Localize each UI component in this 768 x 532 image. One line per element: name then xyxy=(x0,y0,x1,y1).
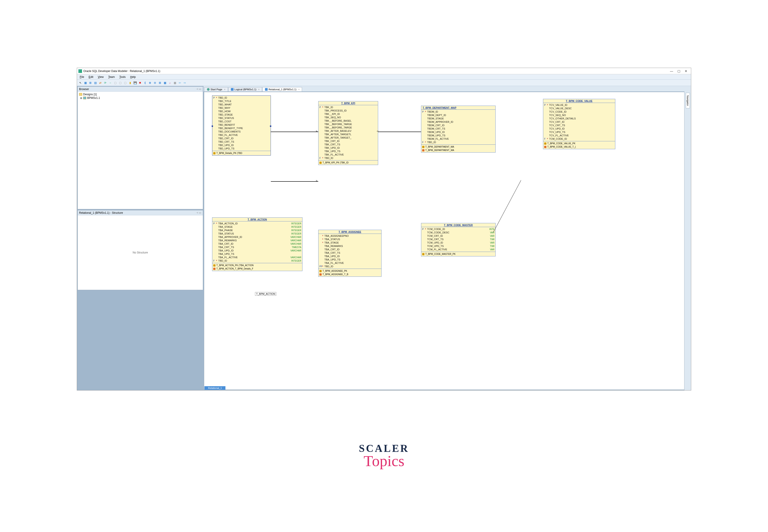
menu-tools[interactable]: Tools xyxy=(117,75,127,79)
column-row[interactable]: TBK_UPD_TS xyxy=(319,150,377,153)
menu-view[interactable]: View xyxy=(96,75,105,79)
close-icon[interactable]: × xyxy=(224,88,226,91)
column-row[interactable]: TCV_UPD_TS xyxy=(544,130,614,134)
column-row[interactable]: TBDM_FL_ACTIVE xyxy=(422,137,494,141)
column-row[interactable]: TBK_CRT_ID xyxy=(319,139,377,143)
layout-icon[interactable]: ▦ xyxy=(163,81,167,85)
column-row[interactable]: TBA_CRT_ID xyxy=(319,248,380,251)
column-row[interactable]: TBD_STATUS xyxy=(213,116,270,120)
column-row[interactable]: TBDM_CRT_TS xyxy=(422,127,494,130)
column-row[interactable]: TBD_HOW xyxy=(213,110,270,113)
bottom-tab[interactable]: Relational_1 xyxy=(205,386,226,390)
column-row[interactable]: TBA_REMARKSVARCHAR xyxy=(213,239,301,242)
folder-icon[interactable]: ▮ xyxy=(128,81,132,85)
column-row[interactable]: TBD_DOCUMENTS xyxy=(213,130,270,133)
column-row[interactable]: TBK__BEFORE_BASEL xyxy=(319,119,377,123)
column-row[interactable]: TCV_CODE_ID xyxy=(544,110,614,114)
column-row[interactable]: P*TBD_ID xyxy=(213,96,270,100)
entity-tbpm-code-master[interactable]: T_BPM_CODE_MASTER P*TCM_CODE_IDINTETCM_C… xyxy=(421,223,495,256)
menu-edit[interactable]: Edit xyxy=(87,75,95,79)
column-row[interactable]: TBD_TITLE xyxy=(213,100,270,103)
fit-icon[interactable]: ⊞ xyxy=(158,81,162,85)
column-row[interactable]: TBDM_STAGE xyxy=(422,117,494,120)
column-row[interactable]: TCM_UPD_IDVAR xyxy=(422,241,494,244)
column-row[interactable]: TBD_UPD_ID xyxy=(213,144,270,147)
column-row[interactable]: PF*TBD_ID xyxy=(319,265,380,268)
column-row[interactable]: TBD_FL_ACTIVE xyxy=(213,133,270,137)
menu-team[interactable]: Team xyxy=(106,75,116,79)
column-row[interactable]: TBA_CRT_TS xyxy=(319,251,380,255)
column-row[interactable]: TBK_PROCESS_ID xyxy=(319,109,377,112)
save-icon[interactable]: 💾 xyxy=(133,81,137,85)
view-icon[interactable]: ▤ xyxy=(93,81,97,85)
sync-icon[interactable]: ⟳ xyxy=(103,81,107,85)
pin-icon[interactable]: ⊣ xyxy=(196,88,198,90)
tree-model[interactable]: BPMSv1.1 xyxy=(87,96,100,100)
pointer-icon[interactable]: ↖ xyxy=(78,81,82,85)
column-row[interactable]: TBK__BEFORE_TARGE xyxy=(319,126,377,129)
column-row[interactable]: TBK_UPD_ID xyxy=(319,146,377,150)
diagram-canvas[interactable]: ⊢ ⊢ ⊣ P*TBD_IDTBD_TITLETBD_WHATTBD_WHYTB… xyxy=(204,92,690,390)
column-row[interactable]: TBDM_DEPT_ID xyxy=(422,114,494,117)
column-row[interactable]: TCV_UPD_ID xyxy=(544,127,614,130)
column-row[interactable]: TCM_UPD_TSTIMI xyxy=(422,244,494,248)
new-icon[interactable]: ▦ xyxy=(83,81,87,85)
column-row[interactable]: TBA_CRT_IDVARCHAR xyxy=(213,242,301,246)
column-row[interactable]: F*TBD_ID xyxy=(422,141,494,144)
note-icon[interactable]: ▢ xyxy=(113,81,117,85)
column-row[interactable]: TCV_OTHER_DETAILS xyxy=(544,117,614,120)
column-row[interactable]: TBD_CRT_ID xyxy=(213,137,270,140)
minimize-panel-icon[interactable]: ▭ xyxy=(199,211,201,214)
column-row[interactable]: *TBA_STAGE xyxy=(319,241,380,244)
entity-tbpm-assignee[interactable]: T_BPM_ASSIGNEE *TBA_ASSIGNEEPNO*TBA_STAT… xyxy=(318,230,382,277)
column-row[interactable]: TBD_WHAT xyxy=(213,103,270,106)
column-row[interactable]: TCV_CRT_ID xyxy=(544,120,614,124)
column-row[interactable]: TBK__KPI_ID xyxy=(319,112,377,116)
forward-icon[interactable]: ⇨ xyxy=(183,81,187,85)
relation-icon[interactable]: ⇄ xyxy=(98,81,102,85)
close-button[interactable]: ✕ xyxy=(682,69,690,73)
column-row[interactable]: TBK_AFTER_TARGET_ xyxy=(319,136,377,139)
note2-icon[interactable]: ▢ xyxy=(118,81,122,85)
column-row[interactable]: TBA_FL_ACTIVEVARCHAR xyxy=(213,256,301,259)
note3-icon[interactable]: ▢ xyxy=(123,81,127,85)
tree-designs[interactable]: Designs [1] xyxy=(83,93,97,96)
column-row[interactable]: TBDM_UPD_ID xyxy=(422,130,494,134)
column-row[interactable]: TBK_AFTER_BASELEV xyxy=(319,129,377,133)
column-row[interactable]: TCV_CRT_TS xyxy=(544,124,614,127)
entity-icon[interactable]: ⊞ xyxy=(88,81,92,85)
menu-file[interactable]: File xyxy=(78,75,86,79)
column-row[interactable]: TBD_WHY xyxy=(213,106,270,110)
column-row[interactable]: TCV_VALUE_DESC xyxy=(544,107,614,110)
column-row[interactable]: TBA_STATUSINTEGER xyxy=(213,232,301,235)
column-row[interactable]: TBDM_APPROVER_ID xyxy=(422,120,494,124)
column-row[interactable]: P*TBA_ACTION_IDINTEGER xyxy=(213,222,301,225)
column-row[interactable]: P*TBDM_ID xyxy=(422,110,494,114)
column-row[interactable]: TBA_UPD_IDVARCHAR xyxy=(213,249,301,252)
tab-logical[interactable]: Logical (BPMSv1.1)× xyxy=(229,87,262,91)
column-row[interactable]: TCV_FL_ACTIVE xyxy=(544,134,614,137)
entity-tbpm-kpi[interactable]: T_BPM_KPI P*TBK_IDTBK_PROCESS_IDTBK__KPI… xyxy=(318,101,378,165)
minimize-panel-icon[interactable]: ▭ xyxy=(199,88,201,90)
close-icon[interactable]: × xyxy=(298,88,300,91)
tab-relational[interactable]: Relational_1 (BPMSv1.1)× xyxy=(263,87,302,91)
column-row[interactable]: TBA_UPD_TS xyxy=(213,252,301,256)
column-row[interactable]: TBK_SEQ_NO xyxy=(319,116,377,119)
browser-tree[interactable]: Designs [1] ⊞BPMSv1.1 xyxy=(78,92,203,209)
column-row[interactable]: F*TBD_ID xyxy=(319,156,377,160)
column-row[interactable]: P*TBK_ID xyxy=(319,106,377,109)
column-row[interactable]: TBD_UPD_TS xyxy=(213,147,270,150)
column-row[interactable]: TBK_AFTER_TARGETL xyxy=(319,133,377,136)
expand-icon[interactable]: ⊞ xyxy=(80,97,82,99)
zoomin-icon[interactable]: ⊕ xyxy=(148,81,152,85)
column-row[interactable]: P*TCV_VALUE_ID xyxy=(544,103,614,107)
first-icon[interactable]: ⟪ xyxy=(143,81,147,85)
column-row[interactable]: TBA_FL_ACTIVE xyxy=(319,261,380,265)
close-icon[interactable]: × xyxy=(258,88,260,91)
column-row[interactable]: F*TBD_IDINTEGER xyxy=(213,259,301,263)
minimize-button[interactable]: — xyxy=(668,69,675,73)
column-row[interactable]: TBD_COST xyxy=(213,120,270,123)
menu-help[interactable]: Help xyxy=(128,75,137,79)
column-row[interactable]: TBDM_UPD_TS xyxy=(422,134,494,137)
column-row[interactable]: TCV_SEQ_NO xyxy=(544,114,614,117)
